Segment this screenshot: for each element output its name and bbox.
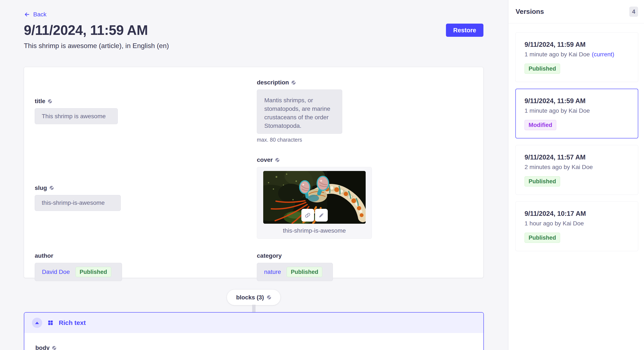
version-date: 9/11/2024, 11:57 AM (524, 153, 629, 161)
back-link[interactable]: Back (24, 11, 46, 18)
cover-media-card: this-shrimp-is-awesome (257, 167, 372, 239)
author-field-label: author (35, 252, 250, 259)
component-grid-icon (48, 320, 54, 326)
blocks-connector (252, 305, 256, 313)
description-field-label: description (257, 79, 472, 86)
cover-image-actions (301, 209, 328, 222)
version-card-selected[interactable]: 9/11/2024, 11:59 AM 1 minute ago by Kai … (515, 89, 638, 138)
version-date: 9/11/2024, 11:59 AM (524, 97, 629, 105)
globe-icon (275, 158, 280, 162)
version-status-badge: Published (524, 176, 560, 186)
globe-icon (48, 99, 52, 104)
globe-icon (267, 295, 271, 300)
category-field: category nature Published (257, 252, 472, 281)
version-card[interactable]: 9/11/2024, 10:17 AM 1 hour ago by Kai Do… (515, 201, 638, 251)
title-field: title This shrimp is awesome (35, 98, 250, 124)
category-field-label: category (257, 252, 472, 259)
rich-text-block-body: body (24, 333, 484, 350)
category-relation-box: nature Published (257, 263, 333, 281)
cover-image (263, 171, 366, 224)
version-card[interactable]: 9/11/2024, 11:57 AM 2 minutes ago by Kai… (515, 145, 638, 195)
rich-text-block-header: Rich text (24, 313, 484, 333)
restore-button[interactable]: Restore (446, 24, 484, 37)
author-link[interactable]: David Doe (42, 269, 70, 275)
description-field: description Mantis shrimps, or stomatopo… (257, 79, 472, 143)
rich-text-block-panel: Rich text body (24, 312, 484, 350)
copy-link-button[interactable] (301, 209, 314, 222)
version-status-badge: Published (524, 64, 560, 74)
page-header: 9/11/2024, 11:59 AM Restore (24, 22, 484, 39)
version-meta: 2 minutes ago by Kai Doe (524, 163, 629, 171)
versions-title: Versions (516, 8, 544, 15)
title-field-label: title (35, 98, 250, 105)
description-hint: max. 80 characters (257, 137, 472, 143)
pencil-icon (318, 212, 324, 219)
description-textarea: Mantis shrimps, or stomatopods, are mari… (257, 90, 342, 134)
cover-field: cover (257, 157, 472, 239)
cover-filename: this-shrimp-is-awesome (263, 224, 366, 239)
author-field: author David Doe Published (35, 252, 250, 281)
versions-count-badge: 4 (629, 6, 638, 17)
version-status-badge: Modified (524, 120, 556, 130)
version-meta: 1 minute ago by Kai Doe(current) (524, 51, 629, 58)
link-icon (304, 212, 311, 219)
versions-panel: Versions 4 9/11/2024, 11:59 AM 1 minute … (508, 0, 644, 350)
current-tag: (current) (592, 51, 614, 58)
versions-panel-header: Versions 4 (508, 0, 644, 23)
version-date: 9/11/2024, 11:59 AM (524, 41, 629, 49)
main-content: Back 9/11/2024, 11:59 AM Restore This sh… (0, 0, 508, 350)
back-label: Back (33, 11, 46, 18)
author-status-badge: Published (76, 267, 111, 277)
version-card-current[interactable]: 9/11/2024, 11:59 AM 1 minute ago by Kai … (515, 32, 638, 82)
page-title: 9/11/2024, 11:59 AM (24, 22, 148, 39)
chevron-up-icon (35, 322, 39, 324)
collapse-toggle-button[interactable] (32, 318, 42, 328)
page-subtitle: This shrimp is awesome (article), in Eng… (24, 41, 484, 50)
cover-field-label: cover (257, 157, 472, 163)
globe-icon (291, 80, 296, 85)
entry-fields-card: title This shrimp is awesome description… (24, 67, 484, 278)
version-meta: 1 minute ago by Kai Doe (524, 107, 629, 115)
version-status-badge: Published (524, 233, 560, 243)
slug-field-label: slug (35, 184, 250, 191)
globe-icon (52, 346, 56, 350)
category-status-badge: Published (287, 267, 322, 277)
slug-input: this-shrimp-is-awesome (35, 195, 121, 211)
version-date: 9/11/2024, 10:17 AM (524, 210, 629, 218)
edit-image-button[interactable] (315, 209, 328, 222)
title-input: This shrimp is awesome (35, 108, 118, 124)
slug-field: slug this-shrimp-is-awesome (35, 184, 250, 211)
author-relation-box: David Doe Published (35, 263, 122, 281)
back-arrow-icon (24, 11, 30, 18)
body-field-label: body (35, 345, 472, 350)
versions-list: 9/11/2024, 11:59 AM 1 minute ago by Kai … (508, 23, 644, 251)
rich-text-block-title: Rich text (59, 319, 86, 326)
blocks-field-pill: blocks (3) (227, 290, 280, 305)
version-meta: 1 hour ago by Kai Doe (524, 220, 629, 227)
blocks-label: blocks (3) (236, 294, 264, 301)
category-link[interactable]: nature (264, 269, 281, 275)
globe-icon (50, 186, 54, 190)
